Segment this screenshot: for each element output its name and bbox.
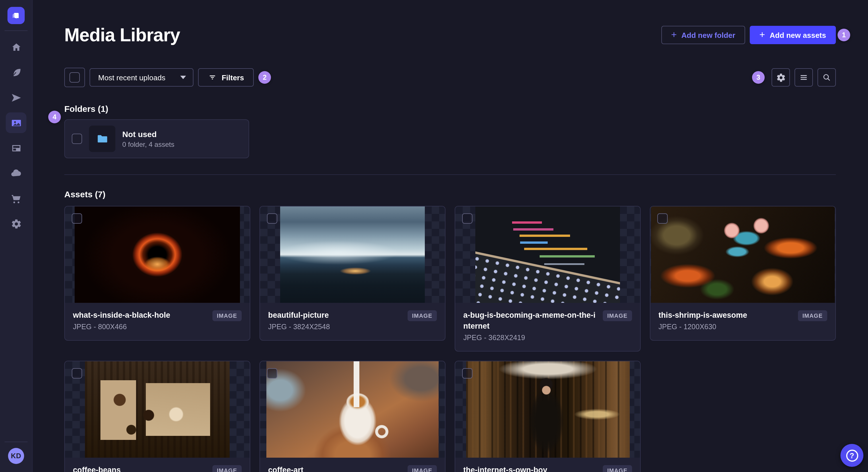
sidebar-item-releases[interactable] <box>6 87 26 108</box>
app-window: KD Media Library + Add new folder + Add … <box>0 0 868 472</box>
sort-dropdown[interactable]: Most recent uploads <box>90 68 193 87</box>
asset-checkbox[interactable] <box>462 368 472 378</box>
folder-info: Not used 0 folder, 4 assets <box>122 129 174 149</box>
sidebar-item-content-type-builder[interactable] <box>6 138 26 158</box>
sidebar-item-marketplace[interactable] <box>6 188 26 209</box>
list-view-button[interactable] <box>795 68 813 87</box>
cloud-icon <box>10 167 22 179</box>
asset-info: a-bug-is-becoming-a-meme-on-the-internet… <box>463 310 598 343</box>
asset-checkbox[interactable] <box>267 368 277 378</box>
add-new-assets-button[interactable]: + Add new assets <box>750 26 836 44</box>
asset-name: beautiful-picture <box>268 310 403 321</box>
tour-step-badge-4: 4 <box>48 111 61 123</box>
asset-info: beautiful-picture JPEG - 3824X2548 <box>268 310 403 332</box>
sidebar-nav <box>6 37 26 435</box>
user-avatar[interactable]: KD <box>8 448 24 464</box>
asset-type-badge: IMAGE <box>798 310 827 321</box>
asset-info: this-shrimp-is-awesome JPEG - 1200X630 <box>658 310 793 332</box>
strapi-logo-icon <box>11 10 21 21</box>
assets-heading: Assets (7) <box>64 189 836 200</box>
asset-card[interactable]: coffee-art JPEG - 5824X3259 IMAGE <box>259 361 445 472</box>
search-icon <box>822 73 831 82</box>
assets-section: Assets (7) what-s-inside-a-black-hole JP… <box>64 189 836 472</box>
tour-step-badge-1: 1 <box>838 29 850 41</box>
folder-card-not-used[interactable]: Not used 0 folder, 4 assets <box>64 119 249 158</box>
folders-heading: Folders (1) <box>64 103 836 115</box>
sidebar-footer: KD <box>0 435 32 472</box>
asset-checkbox[interactable] <box>462 213 472 224</box>
asset-card[interactable]: this-shrimp-is-awesome JPEG - 1200X630 I… <box>650 206 836 341</box>
help-button[interactable]: ? <box>840 444 863 467</box>
asset-type-badge: IMAGE <box>407 310 437 321</box>
view-settings-button[interactable] <box>772 68 790 87</box>
asset-card[interactable]: coffee-beans JPEG - 5021X3347 IMAGE <box>64 361 250 472</box>
asset-checkbox[interactable] <box>72 368 82 378</box>
folder-icon <box>96 133 108 145</box>
add-new-folder-button[interactable]: + Add new folder <box>661 26 745 44</box>
filters-button[interactable]: Filters <box>198 68 254 87</box>
home-icon <box>11 42 22 53</box>
asset-meta: JPEG - 3824X2548 <box>268 322 403 332</box>
code-laptop-image <box>475 206 620 303</box>
sidebar-divider <box>5 30 28 31</box>
asset-name: coffee-beans <box>73 465 208 472</box>
cart-icon <box>11 193 22 204</box>
asset-type-badge: IMAGE <box>602 310 632 321</box>
asset-name: what-s-inside-a-black-hole <box>73 310 208 321</box>
coffee-beans-image <box>85 361 229 458</box>
mountains-image <box>280 206 425 303</box>
folder-checkbox[interactable] <box>72 134 82 144</box>
asset-type-badge: IMAGE <box>602 465 632 472</box>
content-manager-icon <box>11 67 22 78</box>
sidebar-item-deploy[interactable] <box>6 163 26 183</box>
asset-checkbox[interactable] <box>267 213 277 224</box>
folder-subtitle: 0 folder, 4 assets <box>122 140 174 149</box>
asset-info: what-s-inside-a-black-hole JPEG - 800X46… <box>73 310 208 332</box>
black-hole-image <box>74 206 240 303</box>
asset-meta: JPEG - 800X466 <box>73 322 208 332</box>
sidebar-item-content-manager[interactable] <box>6 62 26 82</box>
asset-card[interactable]: beautiful-picture JPEG - 3824X2548 IMAGE <box>259 206 445 341</box>
folder-title: Not used <box>122 129 174 139</box>
tour-step-badge-3: 3 <box>752 71 765 84</box>
page-header: Media Library + Add new folder + Add new… <box>64 0 836 46</box>
filters-label: Filters <box>222 73 244 82</box>
layout-icon <box>11 142 22 154</box>
asset-thumbnail <box>260 361 445 458</box>
media-library-page: Media Library + Add new folder + Add new… <box>32 0 868 472</box>
library-boy-image <box>466 361 629 458</box>
sidebar-item-settings[interactable] <box>6 213 26 234</box>
coffee-art-image <box>267 361 439 458</box>
asset-card[interactable]: the-internet-s-own-boy JPEG - 1200X707 I… <box>455 361 641 472</box>
select-all-checkbox[interactable] <box>64 68 85 87</box>
page-title: Media Library <box>64 24 180 46</box>
gear-icon <box>11 218 22 229</box>
shrimp-image <box>651 206 835 303</box>
list-icon <box>799 73 808 82</box>
asset-type-badge: IMAGE <box>212 465 242 472</box>
search-button[interactable] <box>817 68 836 87</box>
asset-footer: this-shrimp-is-awesome JPEG - 1200X630 I… <box>650 303 835 340</box>
sort-dropdown-value: Most recent uploads <box>98 73 165 82</box>
section-divider <box>64 174 836 175</box>
asset-name: a-bug-is-becoming-a-meme-on-the-internet <box>463 310 598 332</box>
sidebar-item-home[interactable] <box>6 37 26 57</box>
asset-thumbnail <box>260 206 445 303</box>
asset-thumbnail <box>650 206 835 303</box>
strapi-logo[interactable] <box>7 7 25 24</box>
asset-checkbox[interactable] <box>72 213 82 224</box>
asset-card[interactable]: a-bug-is-becoming-a-meme-on-the-internet… <box>455 206 641 351</box>
asset-thumbnail <box>65 361 250 458</box>
asset-info: coffee-art JPEG - 5824X3259 <box>268 465 403 472</box>
question-mark-icon: ? <box>846 449 858 461</box>
asset-footer: coffee-beans JPEG - 5021X3347 IMAGE <box>65 458 250 472</box>
asset-checkbox[interactable] <box>657 213 668 224</box>
paper-plane-icon <box>11 92 22 103</box>
plus-icon: + <box>760 30 765 39</box>
asset-thumbnail <box>65 206 250 303</box>
sidebar-item-media-library[interactable] <box>6 112 26 133</box>
asset-footer: the-internet-s-own-boy JPEG - 1200X707 I… <box>455 458 640 472</box>
asset-card[interactable]: what-s-inside-a-black-hole JPEG - 800X46… <box>64 206 250 341</box>
asset-type-badge: IMAGE <box>212 310 242 321</box>
media-library-icon <box>11 117 22 128</box>
